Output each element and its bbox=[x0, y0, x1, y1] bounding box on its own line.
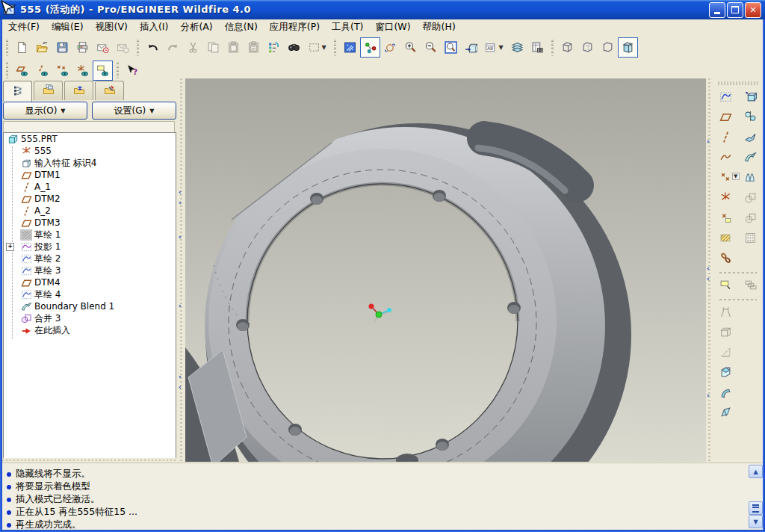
graphics-viewport[interactable] bbox=[185, 78, 706, 462]
pattern-grid-button[interactable] bbox=[742, 230, 760, 248]
model-tree-swap-button[interactable] bbox=[264, 37, 284, 58]
copy-button[interactable] bbox=[203, 37, 223, 58]
boundary-blend-tool-button[interactable] bbox=[742, 149, 760, 167]
context-help-button[interactable]: ? bbox=[123, 61, 143, 81]
zoom-fit-button[interactable] bbox=[441, 37, 461, 58]
menu-item-7[interactable]: 工具(T) bbox=[326, 19, 369, 35]
chamfer-button[interactable] bbox=[717, 365, 735, 383]
datum-axis-toggle-button[interactable] bbox=[32, 61, 52, 81]
datum-plane-tool-button[interactable] bbox=[717, 109, 735, 127]
toolbar-grip[interactable] bbox=[137, 40, 139, 56]
tree-item-sketch-2[interactable]: 草绘 2 bbox=[4, 253, 176, 265]
tree-item-merge-3[interactable]: 合并 3 bbox=[4, 312, 176, 324]
draft-button[interactable] bbox=[717, 405, 735, 423]
menu-item-3[interactable]: 插入(I) bbox=[134, 19, 174, 35]
toolbar-grip[interactable] bbox=[6, 62, 8, 78]
scroll-up-button[interactable]: ▲ bbox=[749, 465, 763, 478]
copy-geometry-button[interactable] bbox=[717, 250, 735, 268]
settings-button[interactable]: 设置(G) ▼ bbox=[92, 102, 176, 120]
message-log-button[interactable] bbox=[749, 501, 763, 515]
find-button[interactable] bbox=[284, 37, 304, 58]
tree-item-sketch-4[interactable]: 草绘 4 bbox=[4, 288, 176, 300]
spin-center-button[interactable] bbox=[360, 37, 380, 58]
view-manager-button[interactable] bbox=[527, 37, 548, 58]
sweep-button[interactable] bbox=[742, 129, 760, 147]
close-button[interactable]: ✕ bbox=[745, 2, 761, 18]
menu-item-1[interactable]: 编辑(E) bbox=[46, 19, 90, 35]
toolbar-grip[interactable] bbox=[718, 81, 758, 85]
minimize-button[interactable] bbox=[709, 2, 725, 18]
sketch-tool-button[interactable] bbox=[717, 89, 735, 107]
shaded-button[interactable] bbox=[618, 37, 638, 58]
extrude-button[interactable] bbox=[742, 89, 760, 107]
menu-item-8[interactable]: 窗口(W) bbox=[369, 19, 416, 35]
menu-item-6[interactable]: 应用程序(P) bbox=[264, 19, 326, 35]
menu-item-4[interactable]: 分析(A) bbox=[174, 19, 218, 35]
datum-point-toggle-button[interactable] bbox=[52, 61, 72, 81]
toolbar-grip[interactable] bbox=[6, 40, 8, 56]
wireframe-button[interactable] bbox=[557, 37, 577, 58]
tree-item-sketch-3[interactable]: 草绘 3 bbox=[4, 265, 176, 276]
paste-special-button[interactable] bbox=[244, 37, 264, 58]
round-button[interactable] bbox=[717, 385, 735, 403]
revolve-button[interactable] bbox=[742, 109, 760, 127]
toolbar-grip[interactable] bbox=[334, 40, 336, 56]
open-folder-button[interactable] bbox=[32, 37, 52, 58]
repaint-button[interactable] bbox=[340, 37, 360, 58]
orient-mode-button[interactable] bbox=[380, 37, 400, 58]
tree-item-a-2[interactable]: A_2 bbox=[4, 205, 176, 217]
tree-item-dtm3[interactable]: DTM3 bbox=[4, 217, 176, 229]
style-tool-button[interactable] bbox=[742, 170, 760, 188]
show-button[interactable]: 显示(O) ▼ bbox=[3, 102, 87, 120]
menu-item-2[interactable]: 视图(V) bbox=[90, 19, 134, 35]
tab-model-tree[interactable] bbox=[3, 81, 32, 102]
new-file-button[interactable] bbox=[12, 37, 32, 58]
draft-gray-button[interactable] bbox=[717, 304, 735, 322]
paste-button[interactable] bbox=[223, 37, 244, 58]
tree-item-dtm1[interactable]: DTM1 bbox=[4, 169, 176, 181]
menu-item-0[interactable]: 文件(F) bbox=[2, 19, 46, 35]
tab-folder-browser[interactable] bbox=[34, 81, 63, 100]
datum-point-tool-button[interactable]: ▼ bbox=[717, 170, 735, 188]
save-button[interactable] bbox=[52, 37, 72, 58]
send-mail-button[interactable] bbox=[93, 37, 113, 58]
tree-item-dtm4[interactable]: DTM4 bbox=[4, 276, 176, 288]
tree-item-boundary-blend-1[interactable]: Boundary Blend 1 bbox=[4, 300, 176, 312]
hidden-line-button[interactable] bbox=[577, 37, 598, 58]
trim-tool-button[interactable] bbox=[742, 210, 760, 228]
datum-csys-tool-button[interactable] bbox=[717, 190, 735, 208]
scroll-down-button[interactable]: ▼ bbox=[749, 515, 763, 528]
tree-item-csys-555[interactable]: 555 bbox=[4, 145, 176, 157]
restore-button[interactable] bbox=[727, 2, 743, 18]
toolbar-grip[interactable] bbox=[551, 40, 554, 56]
mail-disabled-button[interactable] bbox=[113, 37, 133, 58]
annotation-toggle-button[interactable] bbox=[93, 61, 113, 81]
merge-tool-button[interactable] bbox=[742, 190, 760, 208]
datum-axis-tool-button[interactable] bbox=[717, 129, 735, 147]
tree-item-sketch-1[interactable]: 草绘 1 bbox=[4, 229, 176, 241]
zoom-in-button[interactable] bbox=[400, 37, 421, 58]
sketched-point-button[interactable] bbox=[717, 210, 735, 228]
right-splitter[interactable]: ›‹ ‹› bbox=[706, 78, 713, 461]
cut-button[interactable] bbox=[183, 37, 203, 58]
annotation-button[interactable] bbox=[717, 277, 735, 295]
ref-pattern-button[interactable] bbox=[742, 277, 760, 295]
datum-curve-tool-button[interactable] bbox=[717, 149, 735, 167]
menu-item-9[interactable]: 帮助(H) bbox=[417, 19, 462, 35]
left-splitter[interactable]: ‹‹ ›› ‹‹ bbox=[178, 78, 185, 461]
redo-button[interactable] bbox=[163, 37, 183, 58]
reorient-view-button[interactable] bbox=[461, 37, 481, 58]
zoom-out-button[interactable] bbox=[421, 37, 441, 58]
tree-item-dtm2[interactable]: DTM2 bbox=[4, 193, 176, 205]
tree-expander-icon[interactable]: + bbox=[6, 243, 14, 251]
undo-button[interactable] bbox=[143, 37, 163, 58]
menu-item-5[interactable]: 信息(N) bbox=[219, 19, 264, 35]
tab-connections[interactable] bbox=[95, 81, 124, 100]
tree-item-input-feature[interactable]: 输入特征 标识4 bbox=[4, 157, 176, 169]
no-hidden-button[interactable] bbox=[598, 37, 618, 58]
tree-item-root-part[interactable]: 555.PRT bbox=[4, 133, 176, 145]
rib-button[interactable] bbox=[717, 344, 735, 362]
tree-item-a-1[interactable]: A_1 bbox=[4, 181, 176, 193]
tree-item-insert-here[interactable]: 在此插入 bbox=[4, 324, 176, 336]
selection-filter-button[interactable]: ▼ bbox=[304, 37, 330, 58]
